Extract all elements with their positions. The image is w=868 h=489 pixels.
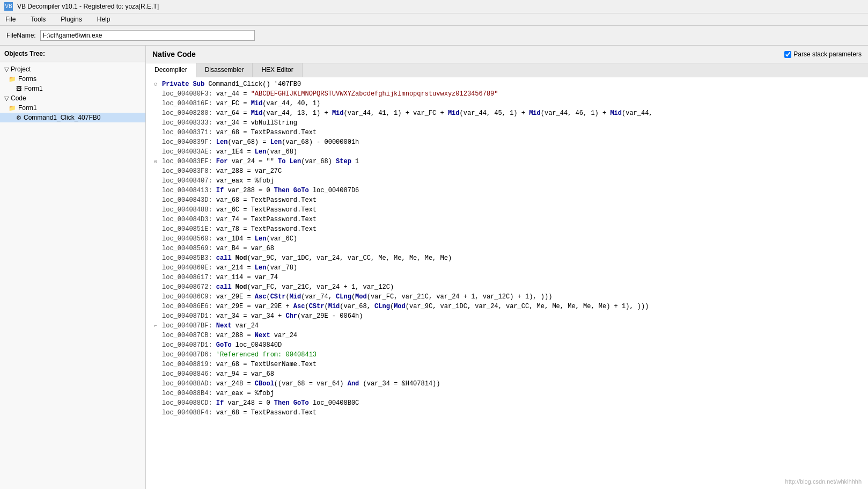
- code-line-27: loc_004087D1: GoTo loc_0040840D: [150, 340, 864, 350]
- code-line-14: loc_004084D3: var_74 = TextPassword.Text: [150, 215, 864, 224]
- line-content-34: loc_004088F4: var_68 = TextPassword.Text: [162, 408, 317, 418]
- code-line-8: ⊖ loc_004083EF: For var_24 = "" To Len(v…: [150, 157, 864, 166]
- code-line-1: loc_004080F3: var_44 = "ABCDEFGHIJKLMNOP…: [150, 89, 864, 99]
- line-content-10: loc_00408407: var_eax = %fobj: [162, 176, 274, 186]
- line-content-20: loc_00408617: var_114 = var_74: [162, 273, 278, 282]
- code-line-25: ⌐ loc_004087BF: Next var_24: [150, 321, 864, 331]
- line-gutter-0: ⊖: [151, 81, 160, 89]
- filename-input[interactable]: [40, 30, 255, 41]
- code-line-24: loc_004087D1: var_34 = var_34 + Chr(var_…: [150, 311, 864, 321]
- line-content-18: loc_004085B3: call Mod(var_9C, var_1DC, …: [162, 253, 452, 263]
- parse-stack-label: Parse stack parameters: [793, 50, 862, 58]
- tree-label-3: Code: [11, 94, 26, 102]
- line-content-13: loc_00408488: var_6C = TextPassword.Text: [162, 205, 317, 215]
- line-content-12: loc_0040843D: var_68 = TextPassword.Text: [162, 195, 317, 205]
- line-content-0: Private Sub Command1_Click() '407FB0: [162, 79, 301, 89]
- menu-item-tools[interactable]: Tools: [27, 14, 49, 24]
- tree-label-5: Command1_Click_407FB0: [24, 114, 100, 121]
- code-line-21: loc_00408672: call Mod(var_FC, var_21C, …: [150, 282, 864, 292]
- line-content-7: loc_004083AE: var_1E4 = Len(var_68): [162, 147, 297, 157]
- line-gutter-8: ⊖: [151, 158, 160, 166]
- watermark: http://blog.csdn.net/whklhhhh: [785, 478, 862, 485]
- code-line-17: loc_00408569: var_B4 = var_68: [150, 244, 864, 253]
- tree-label-0: Project: [11, 65, 31, 73]
- tab-disassembler[interactable]: Disassembler: [196, 63, 253, 77]
- tab-hex-editor[interactable]: HEX Editor: [253, 63, 302, 77]
- parse-stack-checkbox[interactable]: [784, 51, 791, 58]
- tree-item-0[interactable]: ▽Project: [0, 64, 145, 74]
- line-content-24: loc_004087D1: var_34 = var_34 + Chr(var_…: [162, 311, 363, 321]
- code-line-26: loc_004087CB: var_288 = Next var_24: [150, 331, 864, 340]
- native-code-title: Native Code: [152, 50, 196, 59]
- code-line-5: loc_00408371: var_68 = TextPassword.Text: [150, 128, 864, 137]
- code-line-13: loc_00408488: var_6C = TextPassword.Text: [150, 205, 864, 215]
- tabs-bar: DecompilerDisassemblerHEX Editor: [146, 63, 868, 77]
- tree-item-1[interactable]: 📁Forms: [0, 74, 145, 84]
- code-line-2: loc_0040816F: var_FC = Mid(var_44, 40, 1…: [150, 99, 864, 108]
- line-content-9: loc_004083F8: var_288 = var_27C: [162, 166, 282, 176]
- code-line-28: loc_004087D6: 'Referenced from: 00408413: [150, 350, 864, 360]
- line-content-19: loc_0040860E: var_214 = Len(var_78): [162, 263, 297, 273]
- line-content-2: loc_0040816F: var_FC = Mid(var_44, 40, 1…: [162, 99, 320, 108]
- tree-icon-2: 🖼: [16, 85, 22, 92]
- tree-label-4: Form1: [18, 104, 37, 112]
- line-content-29: loc_00408819: var_68 = TextUserName.Text: [162, 360, 317, 369]
- tree-icon-4: 📁: [9, 105, 16, 112]
- code-line-31: loc_004088AD: var_248 = CBool((var_68 = …: [150, 379, 864, 389]
- code-line-23: loc_004086E6: var_29E = var_29E + Asc(CS…: [150, 302, 864, 311]
- code-line-34: loc_004088F4: var_68 = TextPassword.Text: [150, 408, 864, 418]
- filename-bar: FileName:: [0, 26, 868, 46]
- line-gutter-25: ⌐: [151, 322, 160, 330]
- tree-icon-5: ⚙: [16, 114, 21, 121]
- line-content-21: loc_00408672: call Mod(var_FC, var_21C, …: [162, 282, 394, 292]
- tree-label-1: Forms: [18, 75, 36, 83]
- main-area: Objects Tree: ▽Project📁Forms🖼Form1▽Code📁…: [0, 46, 868, 489]
- menu-item-help[interactable]: Help: [94, 14, 114, 24]
- tab-decompiler[interactable]: Decompiler: [146, 63, 196, 77]
- code-line-32: loc_004088B4: var_eax = %fobj: [150, 389, 864, 398]
- line-content-31: loc_004088AD: var_248 = CBool((var_68 = …: [162, 379, 440, 389]
- line-content-30: loc_00408846: var_94 = var_68: [162, 369, 274, 379]
- menu-item-plugins[interactable]: Plugins: [57, 14, 85, 24]
- tree-icon-0: ▽: [4, 66, 9, 73]
- code-line-3: loc_00408280: var_64 = Mid(var_44, 13, 1…: [150, 108, 864, 118]
- tree-item-4[interactable]: 📁Form1: [0, 103, 145, 113]
- line-content-26: loc_004087CB: var_288 = Next var_24: [162, 331, 297, 340]
- menu-item-file[interactable]: File: [2, 14, 19, 24]
- line-content-8: loc_004083EF: For var_24 = "" To Len(var…: [162, 157, 359, 166]
- line-content-15: loc_0040851E: var_78 = TextPassword.Text: [162, 224, 317, 234]
- line-content-1: loc_004080F3: var_44 = "ABCDEFGHIJKLMNOP…: [162, 89, 498, 99]
- code-line-6: loc_0040839F: Len(var_68) = Len(var_68) …: [150, 137, 864, 147]
- tree-item-2[interactable]: 🖼Form1: [0, 84, 145, 93]
- line-content-11: loc_00408413: If var_288 = 0 Then GoTo l…: [162, 186, 359, 195]
- code-line-29: loc_00408819: var_68 = TextUserName.Text: [150, 360, 864, 369]
- tree-item-3[interactable]: ▽Code: [0, 93, 145, 103]
- code-line-0: ⊖Private Sub Command1_Click() '407FB0: [150, 79, 864, 89]
- menu-bar: FileToolsPluginsHelp: [0, 13, 868, 26]
- code-line-22: loc_004086C9: var_29E = Asc(CStr(Mid(var…: [150, 292, 864, 302]
- code-line-33: loc_004088CD: If var_248 = 0 Then GoTo l…: [150, 398, 864, 408]
- tree-label-2: Form1: [24, 85, 43, 92]
- line-content-22: loc_004086C9: var_29E = Asc(CStr(Mid(var…: [162, 292, 552, 302]
- line-content-25: loc_004087BF: Next var_24: [162, 321, 259, 331]
- filename-label: FileName:: [6, 32, 36, 39]
- line-content-27: loc_004087D1: GoTo loc_0040840D: [162, 340, 282, 350]
- tree-icon-3: ▽: [4, 95, 9, 102]
- code-line-16: loc_00408560: var_1D4 = Len(var_6C): [150, 234, 864, 244]
- code-line-18: loc_004085B3: call Mod(var_9C, var_1DC, …: [150, 253, 864, 263]
- line-content-28: loc_004087D6: 'Referenced from: 00408413: [162, 350, 317, 360]
- code-area[interactable]: ⊖Private Sub Command1_Click() '407FB0 lo…: [146, 77, 868, 489]
- line-content-3: loc_00408280: var_64 = Mid(var_44, 13, 1…: [162, 108, 653, 118]
- title-bar: VB VB Decompiler v10.1 - Registered to: …: [0, 0, 868, 13]
- line-content-5: loc_00408371: var_68 = TextPassword.Text: [162, 128, 317, 137]
- line-content-14: loc_004084D3: var_74 = TextPassword.Text: [162, 215, 317, 224]
- line-content-33: loc_004088CD: If var_248 = 0 Then GoTo l…: [162, 398, 359, 408]
- code-line-7: loc_004083AE: var_1E4 = Len(var_68): [150, 147, 864, 157]
- app-icon: VB: [4, 2, 13, 11]
- right-header: Native Code Parse stack parameters: [146, 46, 868, 63]
- line-content-17: loc_00408569: var_B4 = var_68: [162, 244, 274, 253]
- tree-item-5[interactable]: ⚙Command1_Click_407FB0: [0, 113, 145, 122]
- line-content-23: loc_004086E6: var_29E = var_29E + Asc(CS…: [162, 302, 649, 311]
- left-panel: Objects Tree: ▽Project📁Forms🖼Form1▽Code📁…: [0, 46, 146, 489]
- code-line-10: loc_00408407: var_eax = %fobj: [150, 176, 864, 186]
